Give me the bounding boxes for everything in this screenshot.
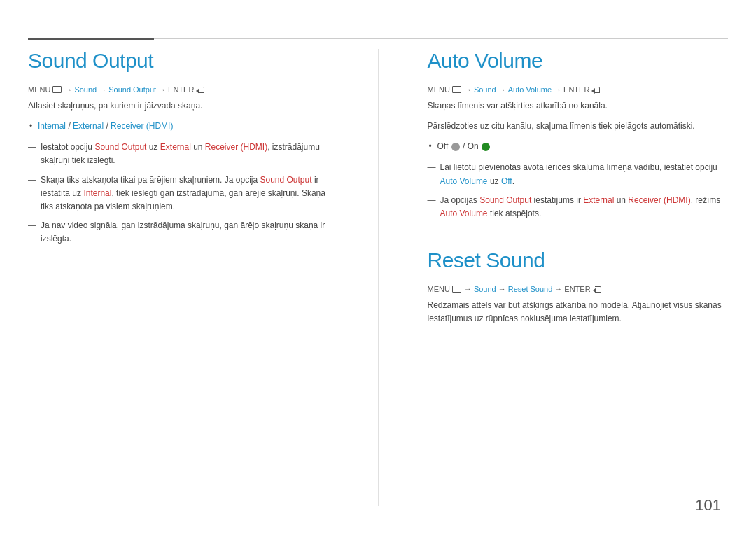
bullet-off-on: Off / On <box>428 140 729 153</box>
circle-on-icon <box>482 143 490 151</box>
sound-output-menu-path: MENU → Sound → Sound Output → ENTER <box>28 85 329 94</box>
menu-reset-sound-link: Reset Sound <box>508 285 553 293</box>
right-column: Auto Volume MENU → Sound → Auto Volume →… <box>414 49 729 506</box>
auto-volume-desc1: Skaņas līmenis var atšķirties atkarībā n… <box>428 99 729 113</box>
av-note-2: Ja opcijas Sound Output iestatījums ir E… <box>428 194 729 220</box>
column-divider <box>378 49 379 506</box>
auto-volume-section: Auto Volume MENU → Sound → Auto Volume →… <box>428 49 729 220</box>
auto-volume-desc2: Pārslēdzoties uz citu kanālu, skaļuma lī… <box>428 120 729 133</box>
reset-sound-description: Redzamais attēls var būt atšķirīgs atkar… <box>428 299 729 325</box>
reset-sound-menu-path: MENU → Sound → Reset Sound → ENTER <box>428 285 729 293</box>
menu-auto-volume-link: Auto Volume <box>508 85 552 94</box>
menu-sound-link: Sound <box>74 85 97 94</box>
enter-icon-av <box>592 86 601 94</box>
auto-volume-menu-path: MENU → Sound → Auto Volume → ENTER <box>428 85 729 94</box>
auto-volume-bullets: Off / On <box>428 140 729 153</box>
note-2: Skaņa tiks atskaņota tikai pa ārējiem sk… <box>28 174 329 214</box>
menu-sound-link-av: Sound <box>474 85 496 94</box>
menu-icon-rs <box>452 286 461 293</box>
menu-label-rs: MENU <box>428 285 450 293</box>
enter-icon <box>196 86 206 94</box>
av-note-1: Lai lietotu pievienotās avota ierīces sk… <box>428 161 729 188</box>
left-column: Sound Output MENU → Sound → Sound Output… <box>28 49 343 506</box>
enter-label-av: ENTER <box>564 85 589 94</box>
enter-label: ENTER <box>168 85 194 94</box>
auto-volume-title: Auto Volume <box>428 49 729 73</box>
bullet-internal-external: Internal / External / Receiver (HDMI) <box>28 120 329 132</box>
menu-label: MENU <box>28 85 50 94</box>
menu-label-av: MENU <box>428 85 450 94</box>
note-1: Iestatot opciju Sound Output uz External… <box>28 141 329 167</box>
sound-output-title: Sound Output <box>28 49 329 73</box>
sound-output-notes: Iestatot opciju Sound Output uz External… <box>28 141 329 246</box>
circle-off-icon <box>451 143 460 151</box>
menu-sound-output-link: Sound Output <box>108 85 156 94</box>
reset-sound-section: Reset Sound MENU → Sound → Reset Sound →… <box>428 248 729 325</box>
note-3: Ja nav video signāla, gan izstrādājuma s… <box>28 219 329 246</box>
enter-label-rs: ENTER <box>564 285 590 293</box>
menu-icon-av <box>452 86 461 93</box>
enter-icon-rs <box>593 286 603 293</box>
sound-output-bullets: Internal / External / Receiver (HDMI) <box>28 120 329 132</box>
top-divider-accent <box>28 38 154 40</box>
menu-icon <box>52 86 62 93</box>
sound-output-description: Atlasiet skaļruņus, pa kuriem ir jāizvad… <box>28 99 329 113</box>
reset-sound-title: Reset Sound <box>428 248 729 272</box>
page-number: 101 <box>695 496 721 514</box>
menu-sound-link-rs: Sound <box>474 285 496 293</box>
auto-volume-notes: Lai lietotu pievienotās avota ierīces sk… <box>428 161 729 220</box>
